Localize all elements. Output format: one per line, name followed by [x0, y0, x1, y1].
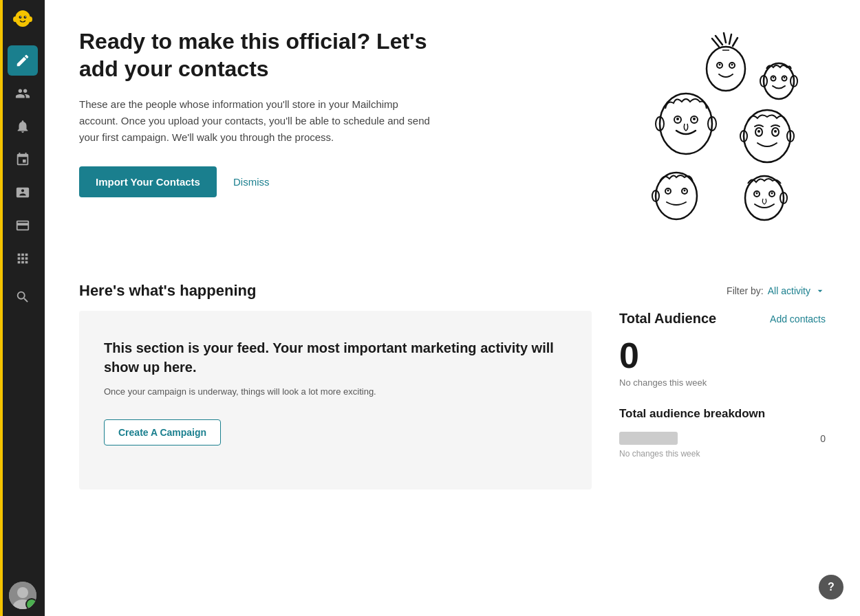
hero-actions: Import Your Contacts Dismiss [79, 166, 437, 197]
sidebar-item-audience[interactable] [8, 78, 38, 109]
svg-point-22 [764, 63, 794, 99]
svg-point-6 [13, 16, 17, 22]
sidebar-item-content[interactable] [8, 177, 38, 208]
svg-point-47 [684, 190, 686, 192]
svg-point-1 [17, 12, 28, 25]
svg-point-26 [784, 77, 785, 78]
audience-title: Total Audience [619, 311, 716, 327]
filter-dropdown[interactable]: Filter by: All activity [727, 285, 826, 296]
sidebar-item-integrations[interactable] [8, 243, 38, 274]
svg-line-14 [733, 38, 738, 46]
sidebar-item-transactional[interactable] [8, 210, 38, 241]
audience-no-changes: No changes this week [619, 377, 826, 388]
svg-point-39 [757, 130, 760, 133]
audience-column: Total Audience Add contacts 0 No changes… [619, 311, 826, 459]
hero-section: Ready to make this official? Let's add y… [79, 28, 826, 248]
svg-line-13 [729, 34, 731, 44]
feed-card: This section is your feed. Your most imp… [79, 311, 592, 490]
svg-point-5 [25, 16, 25, 17]
hero-text: Ready to make this official? Let's add y… [79, 28, 437, 197]
svg-point-32 [676, 118, 679, 120]
content-icon [15, 185, 30, 200]
breakdown-note: No changes this week [619, 449, 826, 459]
svg-point-9 [17, 587, 28, 598]
feed-title: This section is your feed. Your most imp… [104, 338, 567, 377]
bell-icon [15, 119, 30, 134]
svg-point-20 [731, 64, 733, 66]
two-column-layout: This section is your feed. Your most imp… [79, 311, 826, 490]
audience-header: Total Audience Add contacts [619, 311, 826, 327]
bottom-section: Here's what's happening Filter by: All a… [79, 282, 826, 490]
sidebar-item-notifications[interactable] [8, 111, 38, 142]
help-button[interactable]: ? [819, 575, 843, 600]
avatar[interactable] [9, 582, 36, 609]
filter-by-label: Filter by: [727, 285, 764, 296]
integrations-icon [15, 251, 30, 266]
avatar-image [9, 582, 36, 609]
search-icon [15, 289, 30, 305]
edit-icon [15, 53, 30, 68]
svg-point-53 [771, 192, 773, 195]
create-campaign-button[interactable]: Create A Campaign [104, 419, 221, 446]
feed-description: Once your campaign is underway, things w… [104, 385, 567, 399]
import-contacts-button[interactable]: Import Your Contacts [79, 166, 217, 197]
hero-illustration [619, 28, 826, 248]
transactional-icon [15, 218, 30, 233]
whats-happening-title: Here's what's happening [79, 282, 256, 300]
svg-point-40 [774, 130, 777, 133]
audience-count: 0 [619, 338, 826, 373]
sidebar-item-campaigns[interactable] [8, 45, 38, 76]
svg-point-46 [667, 190, 669, 192]
automations-icon [15, 152, 30, 167]
breakdown-label: Subscribers [619, 432, 678, 445]
breakdown-blur-text: Subscribers [619, 432, 678, 445]
section-header: Here's what's happening Filter by: All a… [79, 282, 826, 300]
hero-description: These are the people whose information y… [79, 96, 437, 146]
breakdown-title: Total audience breakdown [619, 407, 826, 421]
svg-point-43 [656, 173, 697, 219]
svg-point-19 [719, 64, 721, 66]
sidebar-item-search[interactable] [8, 282, 38, 312]
help-icon: ? [828, 581, 835, 593]
sidebar-item-automations[interactable] [8, 144, 38, 175]
breakdown-row: Subscribers 0 [619, 432, 826, 445]
contacts-illustration-icon [619, 28, 826, 248]
dismiss-link[interactable]: Dismiss [233, 176, 270, 188]
brand-bar [0, 0, 3, 616]
svg-point-16 [707, 47, 745, 91]
svg-point-49 [745, 176, 784, 220]
hero-title: Ready to make this official? Let's add y… [79, 28, 437, 82]
svg-point-25 [773, 77, 774, 78]
svg-point-4 [20, 16, 21, 17]
sidebar-bottom [9, 582, 36, 609]
logo[interactable] [8, 7, 37, 36]
add-contacts-link[interactable]: Add contacts [770, 314, 826, 324]
sidebar [0, 0, 45, 616]
svg-point-33 [693, 118, 696, 120]
feed-column: This section is your feed. Your most imp… [79, 311, 592, 490]
mailchimp-logo-icon [10, 9, 35, 34]
main-content: Ready to make this official? Let's add y… [45, 0, 860, 616]
chevron-down-icon [815, 285, 826, 296]
svg-point-7 [28, 16, 32, 22]
filter-value: All activity [768, 285, 810, 296]
svg-point-2 [19, 16, 21, 19]
audience-icon [15, 86, 30, 101]
svg-point-3 [23, 16, 26, 19]
svg-point-52 [756, 192, 758, 195]
svg-line-12 [724, 33, 726, 43]
breakdown-value: 0 [820, 433, 826, 444]
